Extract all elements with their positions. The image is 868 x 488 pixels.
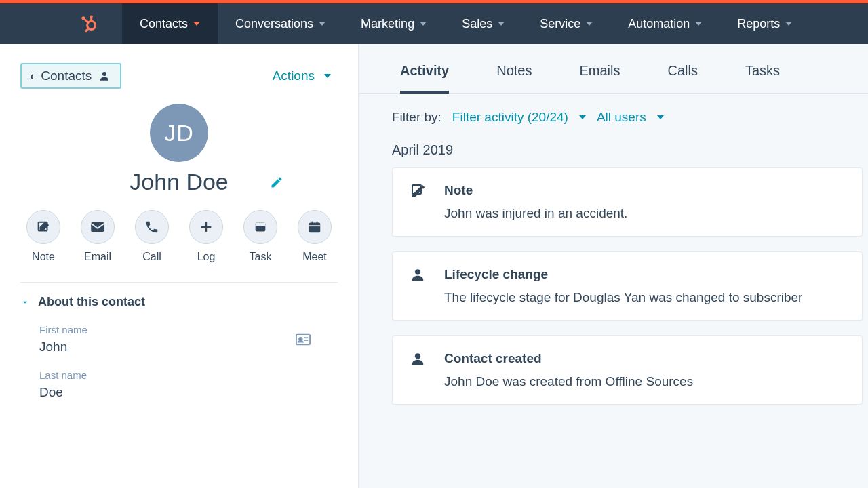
timeline-card-lifecycle[interactable]: Lifecycle change The lifecycle stage for… — [392, 251, 863, 321]
about-section-title: About this contact — [38, 295, 145, 309]
note-label: Note — [32, 251, 55, 263]
card-title: Lifecycle change — [444, 267, 846, 282]
email-label: Email — [84, 251, 111, 263]
filter-users-label: All users — [597, 110, 646, 125]
svg-rect-13 — [256, 223, 266, 226]
email-button[interactable] — [81, 210, 115, 244]
tab-tasks[interactable]: Tasks — [745, 56, 780, 93]
breadcrumb-label: Contacts — [41, 68, 92, 83]
filter-activity-label: Filter activity (20/24) — [452, 110, 568, 125]
chevron-left-icon: ‹ — [30, 68, 34, 83]
chevron-down-icon — [586, 22, 593, 26]
nav-label: Sales — [462, 17, 492, 31]
last-name-value: Doe — [39, 385, 338, 400]
nav-item-automation[interactable]: Automation — [610, 3, 719, 44]
svg-rect-14 — [309, 223, 321, 233]
chevron-down-icon — [193, 22, 200, 26]
svg-point-7 — [102, 72, 106, 76]
card-body: John Doe was created from Offline Source… — [444, 374, 846, 389]
nav-item-reports[interactable]: Reports — [719, 3, 810, 44]
tab-activity[interactable]: Activity — [400, 56, 449, 94]
note-button[interactable] — [26, 210, 60, 244]
log-button[interactable] — [189, 210, 223, 244]
nav-item-contacts[interactable]: Contacts — [122, 3, 218, 44]
divider — [20, 282, 338, 283]
tab-label: Activity — [400, 63, 449, 78]
card-body: John was injured in an accident. — [444, 206, 846, 221]
card-body: The lifecycle stage for Douglas Yan was … — [444, 290, 846, 305]
breadcrumb-contacts[interactable]: ‹ Contacts — [20, 63, 121, 89]
card-title: Contact created — [444, 351, 846, 366]
log-label: Log — [197, 251, 216, 263]
about-section-toggle[interactable]: About this contact — [20, 295, 338, 309]
hubspot-logo[interactable] — [61, 3, 115, 44]
person-icon — [410, 267, 425, 282]
svg-point-4 — [90, 15, 93, 18]
filter-activity-dropdown[interactable]: Filter activity (20/24) — [452, 110, 586, 125]
svg-point-6 — [85, 29, 87, 32]
nav-items: Contacts Conversations Marketing Sales S… — [122, 3, 810, 44]
person-icon — [98, 70, 111, 82]
nav-label: Service — [540, 17, 580, 31]
chevron-down-icon — [324, 74, 331, 78]
avatar-initials: JD — [164, 120, 194, 146]
nav-item-sales[interactable]: Sales — [444, 3, 522, 44]
filter-users-dropdown[interactable]: All users — [597, 110, 664, 125]
tab-label: Tasks — [745, 63, 780, 78]
chevron-down-icon — [20, 298, 30, 307]
call-button[interactable] — [135, 210, 169, 244]
first-name-label: First name — [39, 324, 338, 336]
tab-label: Notes — [496, 63, 532, 78]
chevron-down-icon — [498, 22, 505, 26]
contact-action-buttons: Note Email Call Log — [20, 210, 338, 263]
actions-dropdown[interactable]: Actions — [273, 68, 331, 83]
timeline-month-heading: April 2019 — [359, 125, 868, 167]
nav-label: Reports — [737, 17, 780, 31]
activity-pane: Activity Notes Emails Calls Tasks Filter… — [359, 44, 868, 488]
chevron-down-icon — [319, 22, 326, 26]
nav-item-marketing[interactable]: Marketing — [343, 3, 444, 44]
nav-item-conversations[interactable]: Conversations — [218, 3, 343, 44]
tab-label: Emails — [580, 63, 620, 78]
first-name-value: John — [39, 340, 338, 354]
top-nav: Contacts Conversations Marketing Sales S… — [0, 3, 868, 44]
timeline-card-note[interactable]: Note John was injured in an accident. — [392, 167, 863, 237]
last-name-label: Last name — [39, 369, 338, 381]
svg-point-19 — [299, 338, 302, 341]
tab-label: Calls — [668, 63, 698, 78]
tab-notes[interactable]: Notes — [496, 56, 532, 93]
contact-name: John Doe — [130, 169, 229, 195]
card-title: Note — [444, 183, 846, 198]
field-last-name[interactable]: Last name Doe — [20, 369, 338, 400]
chevron-down-icon — [785, 22, 792, 26]
filter-by-label: Filter by: — [392, 110, 441, 125]
field-first-name[interactable]: First name John — [20, 324, 338, 354]
nav-label: Automation — [628, 17, 690, 31]
chevron-down-icon — [579, 115, 586, 119]
tab-emails[interactable]: Emails — [580, 56, 620, 93]
compose-icon — [410, 183, 427, 199]
nav-label: Conversations — [235, 17, 313, 31]
contact-avatar[interactable]: JD — [150, 104, 208, 162]
detail-tabs: Activity Notes Emails Calls Tasks — [359, 44, 868, 94]
person-icon — [410, 351, 425, 366]
chevron-down-icon — [420, 22, 427, 26]
nav-item-service[interactable]: Service — [522, 3, 610, 44]
meet-button[interactable] — [298, 210, 332, 244]
pencil-icon[interactable] — [270, 176, 283, 189]
meet-label: Meet — [302, 251, 327, 263]
contact-sidebar: ‹ Contacts Actions JD John Doe — [0, 44, 359, 488]
task-label: Task — [250, 251, 272, 263]
svg-rect-9 — [91, 222, 104, 232]
chevron-down-icon — [657, 115, 664, 119]
actions-label: Actions — [273, 68, 315, 83]
tab-calls[interactable]: Calls — [668, 56, 698, 93]
nav-label: Contacts — [140, 17, 188, 31]
svg-point-23 — [415, 269, 420, 274]
timeline-card-created[interactable]: Contact created John Doe was created fro… — [392, 336, 863, 405]
nav-label: Marketing — [361, 17, 414, 31]
svg-line-2 — [85, 19, 89, 22]
chevron-down-icon — [695, 22, 702, 26]
id-card-icon[interactable] — [296, 333, 311, 346]
task-button[interactable] — [243, 210, 277, 244]
